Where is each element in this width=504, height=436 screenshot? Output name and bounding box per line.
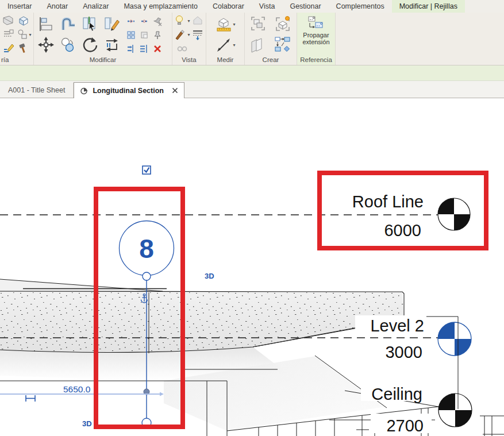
split-with-gap-icon[interactable]	[102, 15, 121, 33]
render-icon[interactable]	[191, 14, 204, 27]
ribbon-tab-gestionar[interactable]: Gestionar	[282, 0, 328, 13]
lightbulb-icon[interactable]: ▾	[174, 14, 190, 27]
offset-icon[interactable]	[102, 36, 121, 54]
show-box-icon[interactable]	[17, 14, 30, 27]
ribbon: ▾ ría	[0, 13, 504, 65]
grid-3d-extent-top[interactable]: 3D	[205, 272, 214, 280]
level-elevation-roof-line[interactable]: 6000	[384, 221, 421, 240]
demolish-hammer-icon[interactable]	[17, 42, 30, 55]
ribbon-filler	[336, 13, 504, 65]
dropdown-caret[interactable]: ▾	[233, 43, 235, 48]
ribbon-tab-vista[interactable]: Vista	[252, 0, 283, 13]
level-name-level2[interactable]: Level 2	[370, 317, 424, 335]
propagate-extents-icon	[307, 15, 325, 30]
ceiling-level-head[interactable]	[438, 393, 472, 427]
unpin-icon[interactable]	[152, 16, 163, 26]
drawing-area[interactable]: Roof Line 6000 Level 2 3000 Ceiling 2700…	[0, 98, 504, 436]
create-similar-icon[interactable]	[273, 14, 293, 34]
temporary-dimension[interactable]: 5650.0	[0, 384, 164, 402]
panel-label-geometria: ría	[0, 56, 33, 65]
panel-label-referencia: Referencia	[297, 56, 335, 65]
ribbon-tab-insertar[interactable]: Insertar	[0, 0, 39, 13]
panel-crear: Crear	[245, 13, 297, 65]
dropdown-caret[interactable]: ▾	[29, 32, 32, 37]
level2-level-head[interactable]	[438, 322, 471, 356]
paste-aligned-icon[interactable]	[273, 35, 293, 55]
paintbrush-icon[interactable]: ▾	[174, 28, 190, 41]
create-group-icon[interactable]	[248, 14, 268, 34]
measure-cube-icon[interactable]	[215, 16, 232, 33]
rotate-icon[interactable]	[80, 36, 99, 54]
level-elevation-ceiling[interactable]: 2700	[386, 416, 424, 435]
panel-label-crear: Crear	[245, 56, 297, 65]
thin-lines-icon[interactable]	[191, 28, 204, 41]
dimension-value[interactable]: 5650.0	[63, 384, 91, 394]
propagate-extents-label: Propagar extensión	[299, 32, 333, 45]
grid-number[interactable]: 8	[139, 234, 154, 264]
ribbon-tab-complementos[interactable]: Complementos	[329, 0, 392, 13]
scale-icon[interactable]	[139, 30, 149, 40]
panel-referencia: Propagar extensión Referencia	[297, 13, 336, 65]
panel-label-medir: Medir	[206, 56, 244, 65]
level-elevation-level2[interactable]: 3000	[385, 343, 422, 361]
move-icon[interactable]	[37, 36, 55, 54]
grid-3d-extent-bottom[interactable]: 3D	[82, 419, 92, 428]
edit-profile-icon[interactable]	[2, 42, 15, 55]
ribbon-tab-bar: Insertar Anotar Analizar Masa y emplazam…	[0, 0, 504, 13]
ribbon-tab-masa[interactable]: Masa y emplazamiento	[116, 0, 205, 13]
propagate-extents-button[interactable]: Propagar extensión	[298, 14, 334, 45]
beam-settings-icon[interactable]	[2, 28, 15, 41]
pin-icon[interactable]	[152, 30, 163, 40]
panel-label-modificar: Modificar	[34, 56, 172, 65]
view-tab-title-sheet[interactable]: A001 - Title Sheet	[0, 83, 74, 98]
grid-bubble-grip[interactable]	[143, 272, 151, 280]
view-tab-label: Longitudinal Section	[93, 87, 164, 95]
extend-icon[interactable]	[139, 44, 149, 54]
panel-medir: ▾ ▾ Medir	[206, 13, 245, 65]
dropdown-caret[interactable]: ▾	[187, 32, 190, 37]
uncut-icon[interactable]	[139, 16, 149, 26]
level-name-roof-line[interactable]: Roof Line	[352, 192, 424, 211]
dropdown-caret[interactable]: ▾	[187, 18, 190, 24]
trim-icon[interactable]	[126, 44, 136, 54]
ribbon-tab-modificar-rejillas[interactable]: Modificar | Rejillas	[392, 0, 465, 13]
panel-label-vista: Vista	[172, 56, 206, 65]
panel-modificar: Modificar	[34, 13, 172, 65]
level-name-ceiling[interactable]: Ceiling	[371, 385, 422, 403]
panel-vista: ▾ ▾ Vista	[172, 13, 206, 65]
dimension-grip-icon[interactable]	[26, 395, 35, 402]
close-view-icon[interactable]	[172, 87, 178, 94]
glasses-icon[interactable]	[176, 42, 188, 55]
propagate-checkbox[interactable]	[143, 166, 151, 174]
options-bar	[0, 65, 504, 81]
delete-icon[interactable]	[152, 44, 163, 54]
ribbon-tab-anotar[interactable]: Anotar	[39, 0, 75, 13]
copy-icon[interactable]	[59, 36, 77, 54]
group-boxes-icon[interactable]: ▾	[16, 28, 32, 41]
cut-geometry-icon[interactable]	[2, 14, 15, 27]
section-view-icon	[80, 86, 89, 95]
view-tab-bar: A001 - Title Sheet Longitudinal Section	[0, 81, 504, 98]
roof-line-level-head[interactable]	[438, 198, 470, 230]
mirror-duplicate-icon[interactable]	[248, 35, 268, 55]
ribbon-tab-colaborar[interactable]: Colaborar	[205, 0, 252, 13]
array-icon[interactable]	[126, 30, 136, 40]
measure-between-icon[interactable]	[215, 36, 232, 53]
section-view-canvas: Roof Line 6000 Level 2 3000 Ceiling 2700…	[0, 98, 504, 436]
dropdown-caret[interactable]: ▾	[233, 22, 235, 27]
panel-geometria: ▾ ría	[0, 13, 34, 65]
align-icon[interactable]	[37, 15, 55, 33]
view-tab-longitudinal-section[interactable]: Longitudinal Section	[74, 82, 184, 98]
ribbon-tab-analizar[interactable]: Analizar	[75, 0, 116, 13]
cut-icon[interactable]	[126, 16, 136, 26]
cope-icon[interactable]	[59, 15, 77, 33]
split-element-icon[interactable]	[80, 15, 99, 33]
